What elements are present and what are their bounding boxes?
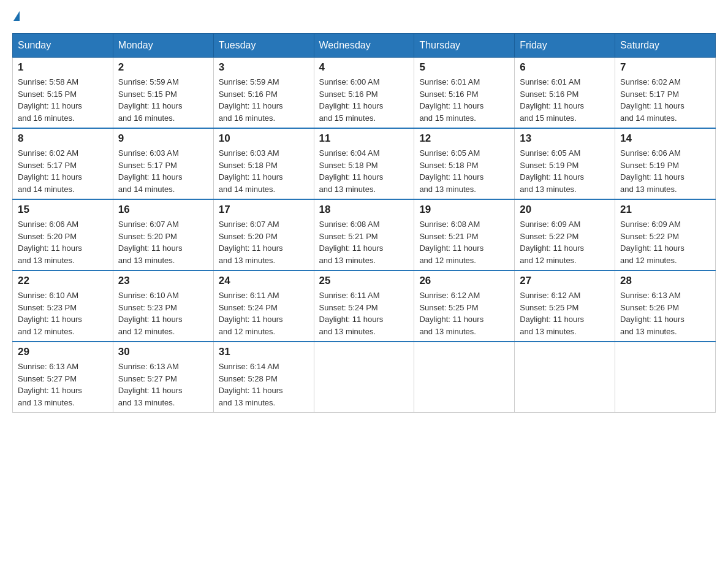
calendar-cell: 13 Sunrise: 6:05 AM Sunset: 5:19 PM Dayl… [515, 128, 615, 199]
day-info: Sunrise: 5:59 AM Sunset: 5:15 PM Dayligh… [118, 76, 208, 124]
calendar-table: SundayMondayTuesdayWednesdayThursdayFrid… [12, 33, 716, 413]
col-header-tuesday: Tuesday [213, 34, 314, 58]
col-header-wednesday: Wednesday [314, 34, 414, 58]
calendar-cell: 24 Sunrise: 6:11 AM Sunset: 5:24 PM Dayl… [213, 270, 314, 342]
calendar-cell: 30 Sunrise: 6:13 AM Sunset: 5:27 PM Dayl… [113, 342, 213, 413]
calendar-cell: 27 Sunrise: 6:12 AM Sunset: 5:25 PM Dayl… [515, 270, 615, 342]
calendar-cell: 19 Sunrise: 6:08 AM Sunset: 5:21 PM Dayl… [414, 199, 515, 270]
calendar-cell: 11 Sunrise: 6:04 AM Sunset: 5:18 PM Dayl… [314, 128, 414, 199]
calendar-cell: 4 Sunrise: 6:00 AM Sunset: 5:16 PM Dayli… [314, 58, 414, 129]
day-info: Sunrise: 6:09 AM Sunset: 5:22 PM Dayligh… [620, 218, 710, 266]
day-number: 8 [18, 132, 108, 145]
calendar-cell: 21 Sunrise: 6:09 AM Sunset: 5:22 PM Dayl… [615, 199, 716, 270]
day-number: 6 [520, 61, 610, 74]
day-number: 29 [18, 346, 108, 358]
day-number: 24 [219, 275, 309, 287]
day-number: 9 [118, 132, 208, 145]
calendar-cell: 16 Sunrise: 6:07 AM Sunset: 5:20 PM Dayl… [113, 199, 213, 270]
calendar-cell: 17 Sunrise: 6:07 AM Sunset: 5:20 PM Dayl… [213, 199, 314, 270]
calendar-cell: 26 Sunrise: 6:12 AM Sunset: 5:25 PM Dayl… [414, 270, 515, 342]
day-number: 22 [18, 275, 108, 287]
calendar-cell: 6 Sunrise: 6:01 AM Sunset: 5:16 PM Dayli… [515, 58, 615, 129]
calendar-cell: 3 Sunrise: 5:59 AM Sunset: 5:16 PM Dayli… [213, 58, 314, 129]
logo [12, 12, 20, 21]
calendar-cell [615, 342, 716, 413]
page-header [12, 12, 716, 21]
day-info: Sunrise: 6:03 AM Sunset: 5:18 PM Dayligh… [219, 147, 309, 195]
day-info: Sunrise: 6:02 AM Sunset: 5:17 PM Dayligh… [620, 76, 710, 124]
day-number: 15 [18, 204, 108, 216]
day-number: 13 [520, 132, 610, 145]
day-number: 28 [620, 275, 710, 287]
day-number: 23 [118, 275, 208, 287]
day-info: Sunrise: 6:09 AM Sunset: 5:22 PM Dayligh… [520, 218, 610, 266]
day-info: Sunrise: 6:07 AM Sunset: 5:20 PM Dayligh… [219, 218, 309, 266]
calendar-cell: 7 Sunrise: 6:02 AM Sunset: 5:17 PM Dayli… [615, 58, 716, 129]
calendar-cell: 20 Sunrise: 6:09 AM Sunset: 5:22 PM Dayl… [515, 199, 615, 270]
col-header-saturday: Saturday [615, 34, 716, 58]
day-number: 4 [319, 61, 409, 74]
day-info: Sunrise: 6:05 AM Sunset: 5:19 PM Dayligh… [520, 147, 610, 195]
day-info: Sunrise: 5:58 AM Sunset: 5:15 PM Dayligh… [18, 76, 108, 124]
day-info: Sunrise: 6:12 AM Sunset: 5:25 PM Dayligh… [520, 289, 610, 337]
day-info: Sunrise: 6:06 AM Sunset: 5:20 PM Dayligh… [18, 218, 108, 266]
day-number: 5 [419, 61, 509, 74]
day-number: 16 [118, 204, 208, 216]
day-number: 11 [319, 132, 409, 145]
day-number: 17 [219, 204, 309, 216]
day-number: 10 [219, 132, 309, 145]
day-info: Sunrise: 6:07 AM Sunset: 5:20 PM Dayligh… [118, 218, 208, 266]
day-info: Sunrise: 6:06 AM Sunset: 5:19 PM Dayligh… [620, 147, 710, 195]
day-info: Sunrise: 6:13 AM Sunset: 5:27 PM Dayligh… [118, 361, 208, 408]
day-info: Sunrise: 6:12 AM Sunset: 5:25 PM Dayligh… [419, 289, 509, 337]
day-info: Sunrise: 6:08 AM Sunset: 5:21 PM Dayligh… [319, 218, 409, 266]
calendar-week-row: 8 Sunrise: 6:02 AM Sunset: 5:17 PM Dayli… [13, 128, 716, 199]
day-info: Sunrise: 6:04 AM Sunset: 5:18 PM Dayligh… [319, 147, 409, 195]
calendar-cell: 5 Sunrise: 6:01 AM Sunset: 5:16 PM Dayli… [414, 58, 515, 129]
calendar-cell: 23 Sunrise: 6:10 AM Sunset: 5:23 PM Dayl… [113, 270, 213, 342]
calendar-cell: 12 Sunrise: 6:05 AM Sunset: 5:18 PM Dayl… [414, 128, 515, 199]
day-number: 18 [319, 204, 409, 216]
calendar-cell: 25 Sunrise: 6:11 AM Sunset: 5:24 PM Dayl… [314, 270, 414, 342]
day-number: 2 [118, 61, 208, 74]
calendar-week-row: 1 Sunrise: 5:58 AM Sunset: 5:15 PM Dayli… [13, 58, 716, 129]
calendar-cell: 15 Sunrise: 6:06 AM Sunset: 5:20 PM Dayl… [13, 199, 113, 270]
day-number: 25 [319, 275, 409, 287]
day-info: Sunrise: 6:01 AM Sunset: 5:16 PM Dayligh… [419, 76, 509, 124]
calendar-cell: 2 Sunrise: 5:59 AM Sunset: 5:15 PM Dayli… [113, 58, 213, 129]
day-info: Sunrise: 6:14 AM Sunset: 5:28 PM Dayligh… [219, 361, 309, 408]
day-number: 31 [219, 346, 309, 358]
calendar-cell: 1 Sunrise: 5:58 AM Sunset: 5:15 PM Dayli… [13, 58, 113, 129]
day-number: 7 [620, 61, 710, 74]
day-number: 1 [18, 61, 108, 74]
calendar-cell: 18 Sunrise: 6:08 AM Sunset: 5:21 PM Dayl… [314, 199, 414, 270]
day-info: Sunrise: 6:11 AM Sunset: 5:24 PM Dayligh… [219, 289, 309, 337]
day-number: 30 [118, 346, 208, 358]
calendar-cell: 29 Sunrise: 6:13 AM Sunset: 5:27 PM Dayl… [13, 342, 113, 413]
calendar-cell [515, 342, 615, 413]
calendar-cell: 31 Sunrise: 6:14 AM Sunset: 5:28 PM Dayl… [213, 342, 314, 413]
day-info: Sunrise: 6:10 AM Sunset: 5:23 PM Dayligh… [118, 289, 208, 337]
day-info: Sunrise: 6:13 AM Sunset: 5:26 PM Dayligh… [620, 289, 710, 337]
day-number: 21 [620, 204, 710, 216]
col-header-monday: Monday [113, 34, 213, 58]
day-number: 12 [419, 132, 509, 145]
logo-triangle-icon [13, 11, 20, 21]
day-info: Sunrise: 6:03 AM Sunset: 5:17 PM Dayligh… [118, 147, 208, 195]
calendar-cell: 9 Sunrise: 6:03 AM Sunset: 5:17 PM Dayli… [113, 128, 213, 199]
col-header-sunday: Sunday [13, 34, 113, 58]
calendar-week-row: 29 Sunrise: 6:13 AM Sunset: 5:27 PM Dayl… [13, 342, 716, 413]
day-info: Sunrise: 6:01 AM Sunset: 5:16 PM Dayligh… [520, 76, 610, 124]
calendar-cell [414, 342, 515, 413]
calendar-week-row: 22 Sunrise: 6:10 AM Sunset: 5:23 PM Dayl… [13, 270, 716, 342]
col-header-friday: Friday [515, 34, 615, 58]
day-number: 26 [419, 275, 509, 287]
calendar-header-row: SundayMondayTuesdayWednesdayThursdayFrid… [13, 34, 716, 58]
calendar-cell: 8 Sunrise: 6:02 AM Sunset: 5:17 PM Dayli… [13, 128, 113, 199]
calendar-cell: 14 Sunrise: 6:06 AM Sunset: 5:19 PM Dayl… [615, 128, 716, 199]
calendar-cell: 28 Sunrise: 6:13 AM Sunset: 5:26 PM Dayl… [615, 270, 716, 342]
day-number: 20 [520, 204, 610, 216]
day-number: 3 [219, 61, 309, 74]
day-info: Sunrise: 6:02 AM Sunset: 5:17 PM Dayligh… [18, 147, 108, 195]
day-number: 14 [620, 132, 710, 145]
